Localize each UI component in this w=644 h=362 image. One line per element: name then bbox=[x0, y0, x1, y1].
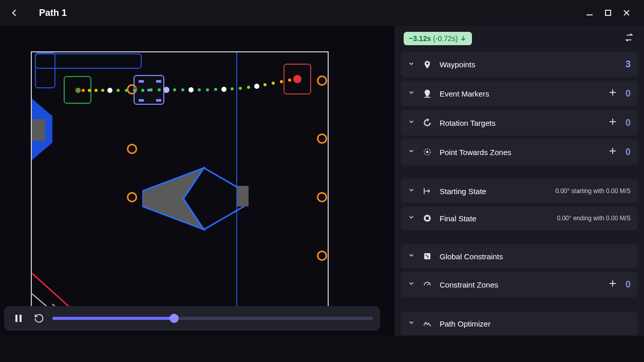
speed-icon bbox=[422, 280, 432, 289]
svg-point-43 bbox=[293, 75, 301, 83]
chevron-down-icon[interactable] bbox=[408, 280, 415, 289]
svg-point-24 bbox=[141, 89, 144, 92]
pause-button[interactable] bbox=[11, 311, 26, 326]
section-label: Event Markers bbox=[440, 89, 608, 98]
svg-point-42 bbox=[288, 79, 291, 82]
svg-point-39 bbox=[263, 83, 267, 86]
svg-point-26 bbox=[158, 88, 161, 91]
slider-thumb[interactable] bbox=[169, 314, 179, 323]
marker-icon bbox=[422, 89, 432, 98]
svg-point-44 bbox=[76, 88, 80, 92]
maximize-button[interactable] bbox=[599, 4, 617, 22]
time-estimate: ~3.12s bbox=[409, 34, 431, 43]
svg-point-19 bbox=[101, 89, 104, 92]
add-button[interactable] bbox=[608, 88, 619, 99]
section-label: Constraint Zones bbox=[440, 280, 608, 289]
minimize-button[interactable] bbox=[580, 4, 599, 22]
optimize-icon bbox=[422, 319, 432, 328]
playback-bar bbox=[4, 306, 380, 331]
svg-point-35 bbox=[231, 87, 234, 90]
svg-point-20 bbox=[107, 88, 112, 93]
arrow-down-icon bbox=[460, 35, 467, 42]
chevron-down-icon[interactable] bbox=[408, 60, 415, 69]
svg-point-36 bbox=[239, 87, 242, 90]
svg-point-18 bbox=[94, 89, 98, 92]
svg-rect-47 bbox=[424, 97, 430, 98]
svg-point-30 bbox=[188, 87, 194, 92]
page-title: Path 1 bbox=[39, 8, 67, 18]
section-global-constraints[interactable]: Global Constraints bbox=[401, 244, 638, 268]
chevron-down-icon[interactable] bbox=[408, 89, 415, 98]
field-canvas[interactable] bbox=[0, 26, 394, 336]
svg-point-23 bbox=[133, 89, 136, 92]
add-button[interactable] bbox=[608, 146, 619, 158]
section-waypoints[interactable]: Waypoints 3 bbox=[401, 52, 638, 77]
chevron-down-icon[interactable] bbox=[408, 252, 415, 261]
add-button[interactable] bbox=[608, 279, 619, 290]
close-button[interactable] bbox=[617, 4, 636, 22]
chevron-down-icon[interactable] bbox=[408, 186, 415, 196]
restart-button[interactable] bbox=[32, 311, 46, 326]
section-final-state[interactable]: Final State 0.00° ending with 0.00 M/S bbox=[401, 206, 638, 230]
section-point-towards[interactable]: Point Towards Zones 0 bbox=[401, 139, 638, 165]
section-rotation-targets[interactable]: Rotation Targets 0 bbox=[401, 110, 638, 136]
add-button[interactable] bbox=[608, 117, 619, 128]
svg-point-31 bbox=[198, 88, 201, 91]
section-label: Rotation Targets bbox=[440, 119, 608, 127]
path-trajectory bbox=[32, 52, 330, 330]
playback-slider[interactable] bbox=[52, 317, 373, 320]
section-label: Waypoints bbox=[440, 60, 626, 69]
section-path-optimizer[interactable]: Path Optimizer bbox=[401, 312, 638, 335]
point-towards-count: 0 bbox=[626, 147, 631, 158]
svg-point-21 bbox=[117, 89, 120, 92]
start-icon bbox=[422, 186, 432, 196]
rotation-targets-count: 0 bbox=[626, 118, 631, 128]
svg-point-25 bbox=[149, 88, 153, 91]
svg-point-22 bbox=[125, 89, 128, 92]
point-towards-icon bbox=[422, 147, 432, 157]
svg-point-28 bbox=[173, 88, 176, 91]
svg-point-17 bbox=[88, 89, 91, 92]
svg-point-27 bbox=[163, 87, 169, 93]
section-label: Global Constraints bbox=[440, 252, 631, 261]
back-button[interactable] bbox=[8, 7, 21, 19]
time-delta: (-0.72s) bbox=[433, 34, 458, 43]
svg-rect-51 bbox=[426, 217, 429, 220]
svg-point-49 bbox=[427, 151, 428, 153]
section-event-markers[interactable]: Event Markers 0 bbox=[401, 81, 638, 106]
svg-point-41 bbox=[280, 80, 283, 83]
section-starting-state[interactable]: Starting State 0.00° starting with 0.00 … bbox=[401, 179, 638, 203]
event-markers-count: 0 bbox=[626, 88, 631, 99]
svg-rect-0 bbox=[586, 14, 593, 15]
waypoints-count: 3 bbox=[626, 59, 631, 70]
chevron-down-icon[interactable] bbox=[408, 118, 415, 127]
stop-icon bbox=[422, 214, 432, 223]
time-estimate-chip: ~3.12s (-0.72s) bbox=[404, 32, 472, 45]
svg-point-16 bbox=[82, 89, 85, 92]
final-state-text: 0.00° ending with 0.00 M/S bbox=[557, 215, 631, 222]
side-panel: ~3.12s (-0.72s) Waypoints 3 Event Marker… bbox=[394, 26, 644, 336]
svg-point-34 bbox=[221, 87, 226, 92]
section-constraint-zones[interactable]: Constraint Zones 0 bbox=[401, 272, 638, 297]
svg-rect-1 bbox=[605, 10, 611, 15]
rotation-icon bbox=[422, 118, 432, 127]
slider-fill bbox=[52, 317, 174, 320]
chevron-down-icon[interactable] bbox=[408, 319, 415, 328]
svg-point-38 bbox=[254, 84, 259, 89]
chevron-down-icon[interactable] bbox=[408, 214, 415, 223]
svg-point-40 bbox=[272, 82, 275, 85]
waypoint-icon bbox=[422, 60, 432, 69]
svg-rect-45 bbox=[15, 315, 17, 322]
swap-button[interactable] bbox=[623, 32, 635, 45]
chevron-down-icon[interactable] bbox=[408, 147, 415, 157]
constraints-icon bbox=[422, 252, 432, 261]
svg-rect-46 bbox=[20, 315, 22, 322]
svg-point-37 bbox=[247, 86, 250, 89]
section-label: Path Optimizer bbox=[440, 319, 631, 328]
section-label: Final State bbox=[440, 214, 557, 223]
svg-point-29 bbox=[181, 88, 184, 91]
svg-point-32 bbox=[206, 88, 209, 91]
starting-state-text: 0.00° starting with 0.00 M/S bbox=[555, 187, 631, 195]
constraint-zones-count: 0 bbox=[626, 279, 631, 290]
section-label: Starting State bbox=[440, 187, 555, 196]
